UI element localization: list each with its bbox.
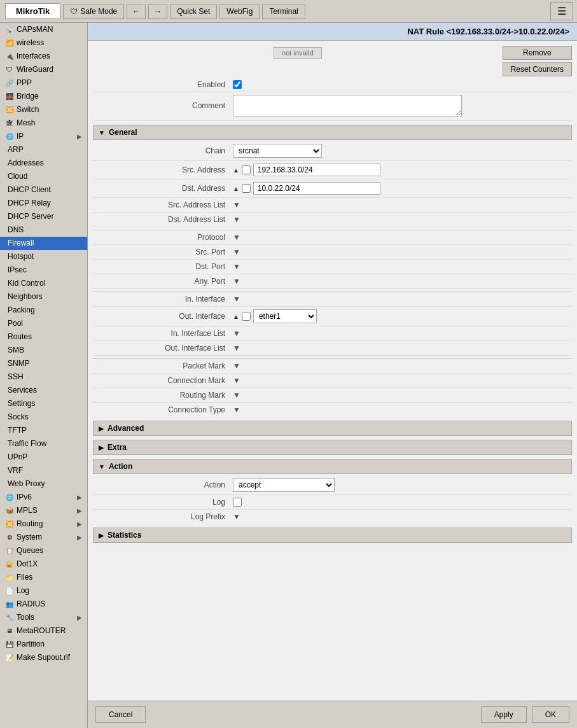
- dst-address-list-label: Dst. Address List: [93, 215, 233, 224]
- enabled-checkbox[interactable]: [233, 80, 242, 89]
- sidebar-item-ipsec[interactable]: IPsec: [0, 263, 87, 277]
- apply-button[interactable]: Apply: [481, 706, 527, 723]
- dst-port-dropdown[interactable]: ▼: [233, 262, 240, 271]
- sidebar-item-packing[interactable]: Packing: [0, 304, 87, 317]
- sidebar-item-tools[interactable]: 🔧 Tools ▶: [0, 611, 87, 624]
- sidebar-item-addresses[interactable]: Addresses: [0, 157, 87, 170]
- dst-address-label: Dst. Address: [93, 184, 233, 193]
- action-section-header[interactable]: ▼ Action: [93, 459, 572, 474]
- sidebar-item-wireless[interactable]: 📶 wireless: [0, 36, 87, 50]
- sidebar-item-queues[interactable]: 📋 Queues: [0, 544, 87, 557]
- statistics-section-header[interactable]: ▶ Statistics: [93, 528, 572, 543]
- sidebar-item-partition[interactable]: 💾 Partition: [0, 638, 87, 651]
- src-address-list-dropdown[interactable]: ▼: [233, 200, 240, 209]
- sidebar-item-dns[interactable]: DNS: [0, 223, 87, 237]
- log-checkbox[interactable]: [233, 498, 242, 507]
- sidebar-item-traffic-flow[interactable]: Traffic Flow: [0, 437, 87, 451]
- sidebar-item-dhcp-client[interactable]: DHCP Client: [0, 183, 87, 197]
- back-button[interactable]: ←: [127, 4, 146, 19]
- sidebar-item-settings[interactable]: Settings: [0, 397, 87, 410]
- connection-mark-dropdown[interactable]: ▼: [233, 376, 240, 385]
- action-label: Action: [93, 480, 233, 489]
- dst-address-checkbox[interactable]: [242, 184, 251, 193]
- src-address-checkbox[interactable]: [242, 165, 251, 174]
- packet-mark-dropdown[interactable]: ▼: [233, 361, 240, 370]
- sidebar-item-routing[interactable]: 🔀 Routing ▶: [0, 517, 87, 531]
- sidebar-item-neighbors[interactable]: Neighbors: [0, 290, 87, 304]
- src-address-input[interactable]: [253, 164, 380, 176]
- sidebar-item-ppp[interactable]: 🔗 PPP: [0, 76, 87, 90]
- menu-button[interactable]: ☰: [550, 2, 573, 20]
- sidebar-item-firewall[interactable]: Firewall: [0, 237, 87, 250]
- advanced-section-header[interactable]: ▶ Advanced: [93, 421, 572, 436]
- sidebar-item-mesh[interactable]: 🕸 Mesh: [0, 116, 87, 130]
- ok-button[interactable]: OK: [532, 706, 569, 723]
- sidebar-item-dot1x[interactable]: 🔐 Dot1X: [0, 557, 87, 571]
- sidebar-item-hotspot[interactable]: Hotspot: [0, 250, 87, 263]
- sidebar-item-pool[interactable]: Pool: [0, 317, 87, 330]
- partition-icon: 💾: [5, 640, 14, 648]
- sidebar-item-web-proxy[interactable]: Web Proxy: [0, 477, 87, 491]
- terminal-button[interactable]: Terminal: [262, 4, 305, 19]
- chain-select[interactable]: srcnat: [233, 144, 322, 158]
- src-address-expand[interactable]: ▲: [233, 167, 239, 174]
- queues-icon: 📋: [5, 546, 14, 555]
- sidebar-item-files[interactable]: 📁 Files: [0, 571, 87, 584]
- extra-section-header[interactable]: ▶ Extra: [93, 440, 572, 455]
- src-port-dropdown[interactable]: ▼: [233, 248, 240, 256]
- sidebar-item-interfaces[interactable]: 🔌 Interfaces: [0, 50, 87, 63]
- remove-button[interactable]: Remove: [503, 46, 572, 60]
- sidebar-item-upnp[interactable]: UPnP: [0, 451, 87, 464]
- sidebar-item-smb[interactable]: SMB: [0, 344, 87, 357]
- sidebar-item-make-supout[interactable]: 📝 Make Supout.rif: [0, 651, 87, 664]
- webfig-button[interactable]: WebFig: [219, 4, 260, 19]
- advanced-arrow: ▶: [99, 425, 104, 432]
- quick-set-button[interactable]: Quick Set: [170, 4, 217, 19]
- out-interface-checkbox[interactable]: [242, 312, 251, 321]
- sidebar-item-snmp[interactable]: SNMP: [0, 357, 87, 370]
- routing-mark-dropdown[interactable]: ▼: [233, 391, 240, 400]
- any-port-dropdown[interactable]: ▼: [233, 277, 240, 286]
- sidebar-item-wireguard[interactable]: 🛡 WireGuard: [0, 63, 87, 76]
- sidebar-item-routes[interactable]: Routes: [0, 330, 87, 344]
- sidebar-item-ssh[interactable]: SSH: [0, 370, 87, 384]
- sidebar-item-ip[interactable]: 🌐 IP ▶: [0, 130, 87, 143]
- log-prefix-dropdown[interactable]: ▼: [233, 512, 240, 521]
- tools-arrow: ▶: [77, 614, 82, 621]
- dst-address-input[interactable]: [253, 182, 380, 195]
- sidebar-item-log[interactable]: 📄 Log: [0, 584, 87, 598]
- sidebar-item-mpls[interactable]: 📦 MPLS ▶: [0, 504, 87, 517]
- dst-address-expand[interactable]: ▲: [233, 185, 239, 192]
- connection-type-dropdown[interactable]: ▼: [233, 405, 240, 414]
- out-interface-expand[interactable]: ▲: [233, 313, 239, 320]
- safe-mode-button[interactable]: 🛡 Safe Mode: [63, 4, 124, 19]
- sidebar-item-vrf[interactable]: VRF: [0, 464, 87, 477]
- sidebar-item-capsman[interactable]: 📡 CAPsMAN: [0, 23, 87, 36]
- sidebar-item-radius[interactable]: 👥 RADIUS: [0, 598, 87, 611]
- in-interface-list-dropdown[interactable]: ▼: [233, 329, 240, 338]
- action-select[interactable]: accept: [233, 478, 335, 492]
- out-interface-list-dropdown[interactable]: ▼: [233, 344, 240, 353]
- sidebar-item-tftp[interactable]: TFTP: [0, 424, 87, 437]
- forward-button[interactable]: →: [148, 4, 167, 19]
- sidebar-item-arp[interactable]: ARP: [0, 143, 87, 157]
- general-section-header[interactable]: ▼ General: [93, 125, 572, 140]
- out-interface-select[interactable]: ether1: [253, 309, 317, 323]
- sidebar-item-ipv6[interactable]: 🌐 IPv6 ▶: [0, 491, 87, 504]
- in-interface-dropdown[interactable]: ▼: [233, 295, 240, 304]
- sidebar-item-metarouter[interactable]: 🖥 MetaROUTER: [0, 624, 87, 638]
- sidebar-item-socks[interactable]: Socks: [0, 410, 87, 424]
- sidebar-item-dhcp-relay[interactable]: DHCP Relay: [0, 197, 87, 210]
- reset-counters-button[interactable]: Reset Counters: [503, 62, 572, 76]
- sidebar-item-system[interactable]: ⚙ System ▶: [0, 531, 87, 544]
- cancel-button[interactable]: Cancel: [95, 706, 146, 723]
- sidebar-item-kid-control[interactable]: Kid Control: [0, 277, 87, 290]
- sidebar-item-cloud[interactable]: Cloud: [0, 170, 87, 183]
- comment-input[interactable]: [233, 95, 462, 116]
- sidebar-item-bridge[interactable]: 🌉 Bridge: [0, 90, 87, 103]
- sidebar-item-services[interactable]: Services: [0, 384, 87, 397]
- sidebar-item-switch[interactable]: 🔀 Switch: [0, 103, 87, 116]
- protocol-dropdown[interactable]: ▼: [233, 233, 240, 242]
- sidebar-item-dhcp-server[interactable]: DHCP Server: [0, 210, 87, 223]
- dst-address-list-dropdown[interactable]: ▼: [233, 215, 240, 224]
